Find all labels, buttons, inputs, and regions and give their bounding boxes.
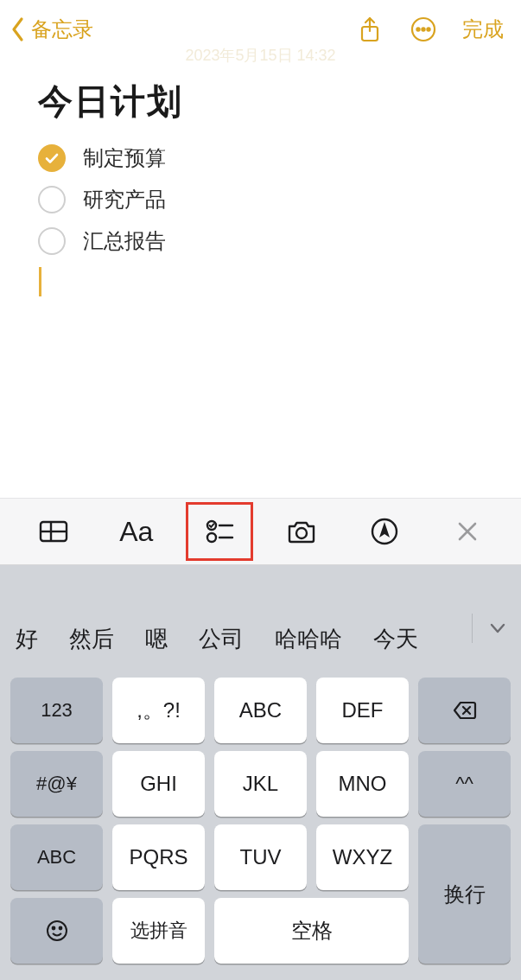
- key-select-pinyin[interactable]: 选拼音: [112, 898, 205, 964]
- checklist-text[interactable]: 研究产品: [83, 186, 166, 213]
- key-jkl[interactable]: JKL: [214, 751, 307, 817]
- checkbox-empty-icon[interactable]: [38, 227, 66, 255]
- candidate-word[interactable]: 今天: [358, 624, 434, 654]
- camera-button[interactable]: [276, 510, 327, 553]
- key-pqrs[interactable]: PQRS: [112, 824, 205, 890]
- candidate-word[interactable]: 哈哈哈: [259, 624, 358, 654]
- nav-actions: 完成: [355, 15, 504, 44]
- key-123[interactable]: 123: [10, 678, 103, 743]
- back-button[interactable]: 备忘录: [5, 10, 93, 48]
- key-abc[interactable]: ABC: [214, 678, 307, 743]
- format-toolbar: Aa: [0, 498, 521, 565]
- svg-point-18: [48, 921, 67, 940]
- candidate-word[interactable]: 嗯: [130, 624, 183, 654]
- svg-point-10: [207, 533, 216, 542]
- checklist-text[interactable]: 汇总报告: [83, 227, 166, 255]
- checkbox-empty-icon[interactable]: [38, 186, 66, 213]
- key-return[interactable]: 换行: [418, 824, 511, 964]
- text-format-button[interactable]: Aa: [111, 510, 162, 553]
- svg-point-12: [296, 528, 307, 538]
- candidate-separator: [472, 614, 473, 643]
- candidate-word[interactable]: 好: [0, 624, 54, 654]
- checklist-row[interactable]: 汇总报告: [38, 220, 488, 262]
- key-def[interactable]: DEF: [316, 678, 409, 743]
- share-icon[interactable]: [355, 15, 384, 44]
- svg-point-2: [416, 28, 419, 30]
- text-cursor: [39, 267, 41, 296]
- svg-point-19: [52, 927, 54, 930]
- key-symbols[interactable]: #@¥: [10, 751, 103, 817]
- keyboard: 好 然后 嗯 公司 哈哈哈 今天 123 ,。?! ABC DEF #@¥ GH…: [0, 565, 521, 980]
- key-emoji[interactable]: [10, 898, 103, 964]
- candidate-bar: 好 然后 嗯 公司 哈哈哈 今天: [0, 565, 521, 678]
- key-backspace[interactable]: [418, 678, 511, 743]
- note-title[interactable]: 今日计划: [38, 78, 488, 125]
- note-body[interactable]: 今日计划 制定预算 研究产品 汇总报告: [0, 59, 521, 296]
- note-timestamp: 2023年5月15日 14:32: [0, 45, 521, 66]
- checkbox-checked-icon[interactable]: [38, 144, 66, 172]
- svg-point-4: [427, 28, 429, 30]
- markup-button[interactable]: [359, 510, 410, 553]
- close-keyboard-button[interactable]: [442, 510, 493, 553]
- key-wxyz[interactable]: WXYZ: [316, 824, 409, 890]
- expand-candidates-button[interactable]: [483, 614, 512, 643]
- candidate-word[interactable]: 公司: [183, 624, 259, 654]
- key-mno[interactable]: MNO: [316, 751, 409, 817]
- checklist-row[interactable]: 制定预算: [38, 137, 488, 179]
- checklist-button[interactable]: [194, 510, 245, 553]
- done-button[interactable]: 完成: [462, 16, 504, 43]
- svg-point-3: [422, 28, 424, 30]
- more-icon[interactable]: [409, 15, 438, 44]
- checklist-text[interactable]: 制定预算: [83, 144, 166, 172]
- back-label: 备忘录: [31, 16, 93, 43]
- key-tuv[interactable]: TUV: [214, 824, 307, 890]
- key-face[interactable]: ^^: [418, 751, 511, 817]
- chevron-left-icon: [5, 10, 31, 48]
- key-grid: 123 ,。?! ABC DEF #@¥ GHI JKL MNO ^^ ABC …: [0, 678, 521, 972]
- candidate-word[interactable]: 然后: [54, 624, 130, 654]
- svg-point-20: [59, 927, 61, 930]
- key-space[interactable]: 空格: [214, 898, 409, 964]
- key-abc-mode[interactable]: ABC: [10, 824, 103, 890]
- table-button[interactable]: [28, 510, 79, 553]
- key-punct[interactable]: ,。?!: [112, 678, 205, 743]
- checklist-row[interactable]: 研究产品: [38, 179, 488, 220]
- key-ghi[interactable]: GHI: [112, 751, 205, 817]
